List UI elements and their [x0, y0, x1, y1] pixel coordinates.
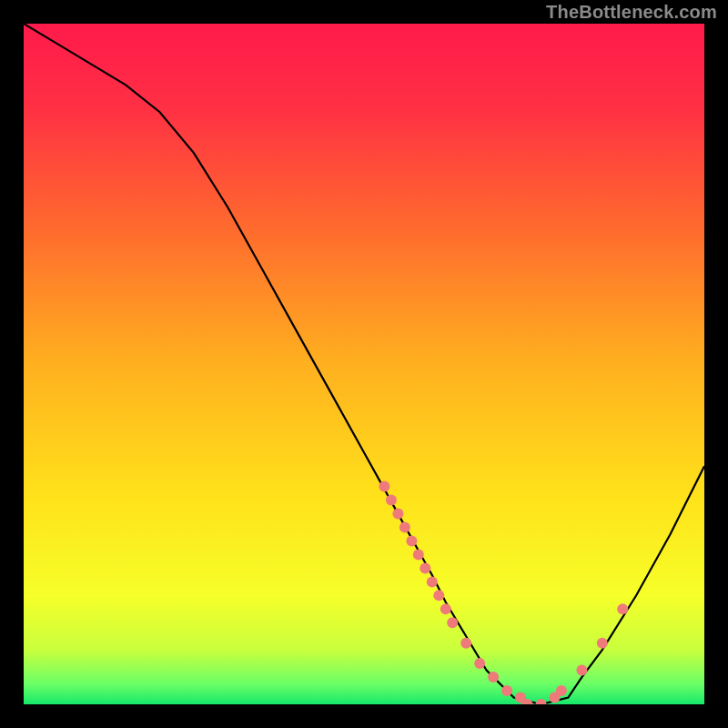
data-point — [399, 522, 410, 533]
data-point — [420, 562, 430, 573]
data-point — [597, 638, 608, 649]
data-point — [379, 481, 389, 492]
data-point — [501, 685, 512, 696]
data-point — [386, 495, 397, 506]
data-point — [617, 603, 628, 614]
watermark-text: TheBottleneck.com — [546, 2, 717, 23]
data-point — [427, 576, 438, 587]
data-point — [392, 509, 403, 520]
data-point — [440, 603, 451, 614]
data-point — [460, 638, 471, 649]
data-point — [488, 672, 499, 682]
gradient-background — [24, 24, 704, 704]
data-point — [474, 658, 485, 669]
data-point — [413, 549, 424, 560]
chart-frame — [24, 24, 704, 704]
bottleneck-chart — [24, 24, 704, 704]
data-point — [556, 685, 567, 696]
data-point — [447, 617, 458, 628]
data-point — [433, 590, 444, 601]
data-point — [406, 536, 417, 547]
data-point — [576, 665, 587, 676]
